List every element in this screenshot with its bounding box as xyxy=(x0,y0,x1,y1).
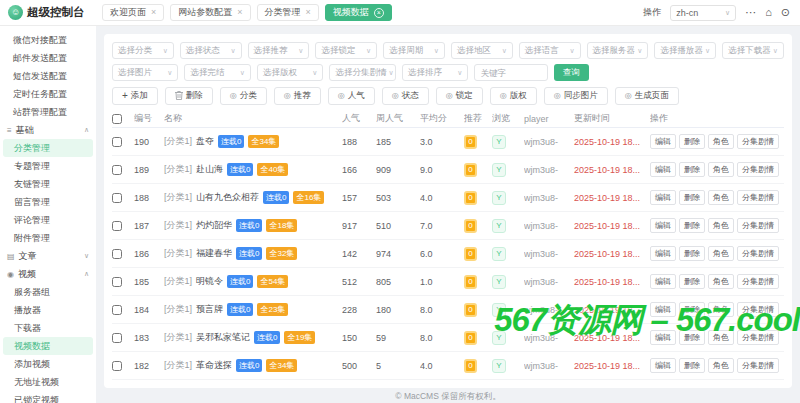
search-button[interactable]: 查询 xyxy=(554,64,589,81)
filter-select[interactable]: 选择图片 ∨ xyxy=(112,64,178,81)
user-icon[interactable]: ⊙ xyxy=(781,7,790,18)
filter-select[interactable]: 选择排序 ∨ xyxy=(402,64,468,81)
recommend-badge[interactable]: 0 xyxy=(464,275,477,289)
recommend-badge[interactable]: 0 xyxy=(464,303,477,317)
status-button[interactable]: ◎ 状态 xyxy=(382,87,429,105)
status-badge[interactable]: Y xyxy=(492,359,506,373)
sidebar-item[interactable]: 短信发送配置 xyxy=(0,67,96,85)
status-badge[interactable]: Y xyxy=(492,303,506,317)
status-badge[interactable]: Y xyxy=(492,163,506,177)
delete-button[interactable]: 删除 xyxy=(679,274,705,289)
keyword-input[interactable] xyxy=(474,64,547,81)
generate-page-button[interactable]: ◎ 生成页面 xyxy=(615,87,679,105)
sidebar-item[interactable]: 专题管理 xyxy=(3,157,93,175)
sidebar-section-article[interactable]: ▤ 文章 ∨ xyxy=(0,247,96,265)
status-badge[interactable]: Y xyxy=(492,247,506,261)
role-button[interactable]: 角色 xyxy=(708,190,734,205)
status-badge[interactable]: Y xyxy=(492,135,506,149)
select-all-checkbox[interactable] xyxy=(112,114,122,124)
sync-image-button[interactable]: ◎ 同步图片 xyxy=(544,87,608,105)
status-badge[interactable]: Y xyxy=(492,331,506,345)
add-button[interactable]: + 添加 xyxy=(112,87,158,105)
delete-button[interactable]: 删除 xyxy=(679,190,705,205)
language-select[interactable]: zh-cn ∨ xyxy=(670,5,736,21)
episode-plot-button[interactable]: 分集剧情 xyxy=(737,190,779,205)
tab[interactable]: 分类管理 × xyxy=(257,4,319,21)
sidebar-item[interactable]: 评论管理 xyxy=(3,211,93,229)
row-checkbox[interactable] xyxy=(112,249,122,259)
edit-button[interactable]: 编辑 xyxy=(650,162,676,177)
filter-select[interactable]: 选择周期 ∨ xyxy=(383,42,445,59)
delete-button[interactable]: 删除 xyxy=(679,246,705,261)
hits-button[interactable]: ◎ 人气 xyxy=(328,87,375,105)
episode-plot-button[interactable]: 分集剧情 xyxy=(737,246,779,261)
more-icon[interactable]: ⋯ xyxy=(745,7,756,18)
filter-select[interactable]: 选择推荐 ∨ xyxy=(248,42,310,59)
row-checkbox[interactable] xyxy=(112,165,122,175)
filter-select[interactable]: 选择状态 ∨ xyxy=(180,42,242,59)
sidebar-item[interactable]: 分类管理 xyxy=(3,139,93,157)
delete-button[interactable]: 删除 xyxy=(679,134,705,149)
filter-select[interactable]: 选择完结 ∨ xyxy=(184,64,250,81)
edit-button[interactable]: 编辑 xyxy=(650,302,676,317)
row-checkbox[interactable] xyxy=(112,277,122,287)
row-checkbox[interactable] xyxy=(112,333,122,343)
recommend-button[interactable]: ◎ 推荐 xyxy=(274,87,321,105)
sidebar-item[interactable]: 附件管理 xyxy=(3,229,93,247)
sidebar-section-video[interactable]: ◉ 视频 ∧ xyxy=(0,265,96,283)
lock-button[interactable]: ◎ 锁定 xyxy=(436,87,483,105)
close-icon[interactable]: × xyxy=(151,8,156,17)
sidebar-item[interactable]: 无地址视频 xyxy=(3,373,93,391)
close-icon[interactable]: × xyxy=(374,8,384,18)
tab[interactable]: 视频数据 × xyxy=(325,4,392,21)
role-button[interactable]: 角色 xyxy=(708,162,734,177)
sidebar-item[interactable]: 留言管理 xyxy=(3,193,93,211)
recommend-badge[interactable]: 0 xyxy=(464,247,477,261)
sidebar-item[interactable]: 站群管理配置 xyxy=(0,103,96,121)
sidebar-item[interactable]: 视频数据 xyxy=(3,337,93,355)
delete-button[interactable]: 删除 xyxy=(679,302,705,317)
recommend-badge[interactable]: 0 xyxy=(464,331,477,345)
episode-plot-button[interactable]: 分集剧情 xyxy=(737,358,779,373)
close-icon[interactable]: × xyxy=(306,8,311,17)
episode-plot-button[interactable]: 分集剧情 xyxy=(737,274,779,289)
recommend-badge[interactable]: 0 xyxy=(464,191,477,205)
tab[interactable]: 欢迎页面 × xyxy=(102,4,164,21)
sidebar-item[interactable]: 服务器组 xyxy=(3,283,93,301)
role-button[interactable]: 角色 xyxy=(708,246,734,261)
row-checkbox[interactable] xyxy=(112,221,122,231)
role-button[interactable]: 角色 xyxy=(708,134,734,149)
role-button[interactable]: 角色 xyxy=(708,274,734,289)
status-badge[interactable]: Y xyxy=(492,191,506,205)
role-button[interactable]: 角色 xyxy=(708,218,734,233)
home-icon[interactable]: ⌂ xyxy=(765,7,772,18)
sidebar-item[interactable]: 微信对接配置 xyxy=(0,31,96,49)
edit-button[interactable]: 编辑 xyxy=(650,330,676,345)
filter-select[interactable]: 选择分集剧情 ∨ xyxy=(329,64,395,81)
sidebar-item[interactable]: 下载器 xyxy=(3,319,93,337)
edit-button[interactable]: 编辑 xyxy=(650,358,676,373)
row-checkbox[interactable] xyxy=(112,305,122,315)
delete-button[interactable]: 删除 xyxy=(679,358,705,373)
filter-select[interactable]: 选择语言 ∨ xyxy=(519,42,581,59)
sidebar-item[interactable]: 添加视频 xyxy=(3,355,93,373)
episode-plot-button[interactable]: 分集剧情 xyxy=(737,330,779,345)
filter-select[interactable]: 选择下载器 ∨ xyxy=(722,42,784,59)
role-button[interactable]: 角色 xyxy=(708,330,734,345)
status-badge[interactable]: Y xyxy=(492,219,506,233)
filter-select[interactable]: 选择服务器 ∨ xyxy=(587,42,649,59)
edit-button[interactable]: 编辑 xyxy=(650,190,676,205)
role-button[interactable]: 角色 xyxy=(708,302,734,317)
episode-plot-button[interactable]: 分集剧情 xyxy=(737,218,779,233)
recommend-badge[interactable]: 0 xyxy=(464,135,477,149)
filter-select[interactable]: 选择分类 ∨ xyxy=(112,42,174,59)
category-button[interactable]: ◎ 分类 xyxy=(220,87,267,105)
recommend-badge[interactable]: 0 xyxy=(464,359,477,373)
sidebar-item[interactable]: 定时任务配置 xyxy=(0,85,96,103)
delete-button[interactable]: 删除 xyxy=(679,330,705,345)
sidebar-item[interactable]: 播放器 xyxy=(3,301,93,319)
filter-select[interactable]: 选择播放器 ∨ xyxy=(654,42,716,59)
delete-button[interactable]: 删除 xyxy=(679,218,705,233)
filter-select[interactable]: 选择锁定 ∨ xyxy=(315,42,377,59)
copyright-button[interactable]: ◎ 版权 xyxy=(490,87,537,105)
